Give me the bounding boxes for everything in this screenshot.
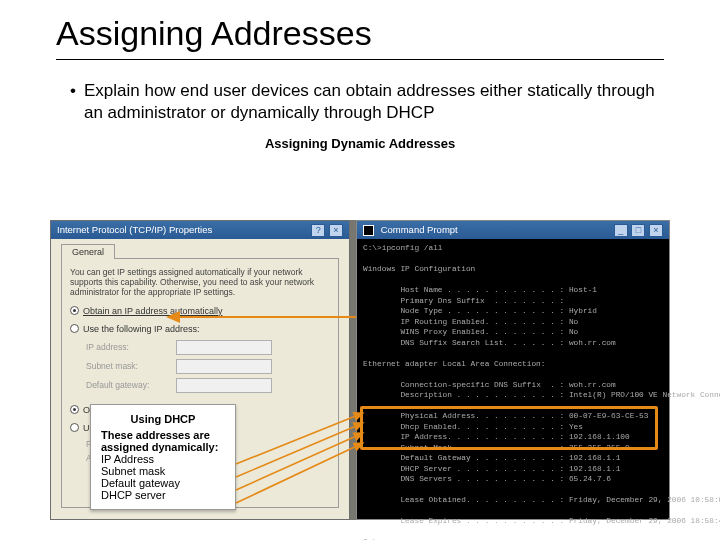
radio-obtain-auto[interactable] (70, 306, 79, 315)
dialog-title: Internet Protocol (TCP/IP) Properties (57, 221, 212, 239)
label-ip: IP address: (86, 342, 176, 352)
radio-obtain-auto-label: Obtain an IP address automatically (83, 306, 222, 316)
label-subnet: Subnet mask: (86, 361, 176, 371)
label-gateway: Default gateway: (86, 380, 176, 390)
input-subnet[interactable] (176, 359, 272, 374)
command-prompt-window: Command Prompt _ □ × C:\>ipconfig /all W… (356, 220, 670, 520)
bullet-item: • Explain how end user devices can obtai… (0, 60, 720, 124)
callout-lead2: assigned dynamically: (101, 441, 225, 453)
radio-dns-manual[interactable] (70, 423, 79, 432)
tab-general[interactable]: General (61, 244, 115, 259)
callout-lead1: These addresses are (101, 429, 225, 441)
close-icon[interactable]: × (649, 224, 663, 237)
cmd-title: Command Prompt (381, 224, 458, 235)
dialog-titlebar: Internet Protocol (TCP/IP) Properties ? … (51, 221, 349, 239)
input-ip[interactable] (176, 340, 272, 355)
slide-title: Assigning Addresses (0, 0, 720, 53)
callout-title: Using DHCP (101, 413, 225, 425)
bullet-text: Explain how end user devices can obtain … (84, 80, 660, 124)
input-gateway[interactable] (176, 378, 272, 393)
help-icon[interactable]: ? (311, 224, 325, 237)
cmd-icon (363, 225, 374, 236)
cmd-output: C:\>ipconfig /all Windows IP Configurati… (357, 239, 669, 540)
cmd-section1: Windows IP Configuration (363, 264, 663, 275)
cmd-section2: Ethernet adapter Local Area Connection: (363, 359, 663, 370)
dialog-description: You can get IP settings assigned automat… (70, 267, 330, 298)
callout-dhcp: DHCP server (101, 489, 225, 501)
figure-title: Assigning Dynamic Addresses (0, 136, 720, 151)
maximize-icon[interactable]: □ (631, 224, 645, 237)
cmd-prompt: C:\>ipconfig /all (363, 243, 663, 254)
close-icon[interactable]: × (329, 224, 343, 237)
minimize-icon[interactable]: _ (614, 224, 628, 237)
callout-gateway: Default gateway (101, 477, 225, 489)
radio-dns-auto[interactable] (70, 405, 79, 414)
radio-use-following[interactable] (70, 324, 79, 333)
callout-subnet: Subnet mask (101, 465, 225, 477)
cmd-titlebar: Command Prompt _ □ × (357, 221, 669, 239)
radio-use-following-label: Use the following IP address: (83, 324, 199, 334)
callout-ip: IP Address (101, 453, 225, 465)
bullet-marker: • (70, 80, 76, 124)
dhcp-callout: Using DHCP These addresses are assigned … (90, 404, 236, 510)
